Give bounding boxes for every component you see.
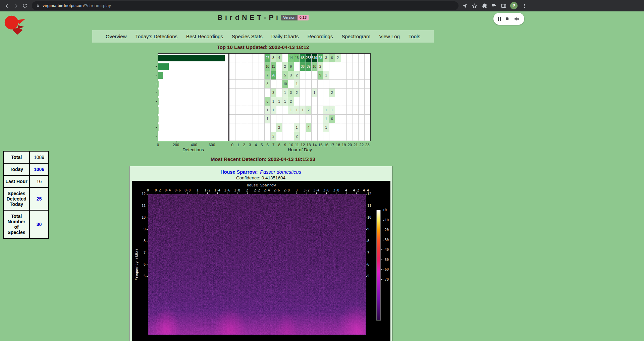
nav-menu: OverviewToday's DetectionsBest Recording…: [92, 30, 434, 43]
bar-tick-mark: [212, 141, 212, 143]
heatmap-cell: [259, 97, 265, 106]
heatmap-cell: [235, 106, 241, 115]
stats-table-body: Total1089Today1006Last Hour16Species Det…: [3, 151, 49, 238]
heatmap-cell: 27: [265, 54, 271, 62]
nav-item-tools[interactable]: Tools: [409, 34, 420, 39]
stats-value[interactable]: 1006: [30, 163, 49, 175]
pause-button[interactable]: [498, 17, 501, 21]
spectrogram-x-tick: 4·2: [353, 188, 359, 192]
heatmap-cell: [300, 115, 306, 123]
heatmap-cell: 3: [271, 89, 277, 97]
heatmap-cell: [294, 115, 300, 123]
side-panel-icon[interactable]: [500, 3, 506, 9]
heatmap-cell: [229, 106, 235, 115]
hour-tick-label: 12: [301, 143, 305, 147]
heatmap-cell: [253, 80, 259, 89]
heatmap-cell: [276, 132, 282, 141]
heatmap-cell: [300, 132, 306, 141]
heatmap-cell: [229, 62, 235, 71]
heatmap-cell: [318, 132, 324, 141]
reload-icon: [22, 3, 28, 8]
volume-icon[interactable]: [514, 16, 520, 22]
profile-avatar[interactable]: P: [510, 2, 518, 9]
nav-item-today-s-detections[interactable]: Today's Detections: [136, 34, 177, 39]
reading-list-icon[interactable]: [491, 3, 497, 9]
heatmap-cell: 3: [288, 71, 294, 80]
heatmap-cell: [341, 106, 347, 115]
menu-kebab-icon[interactable]: [521, 3, 527, 9]
heatmap-cell: [259, 132, 265, 141]
heatmap-cell: 1: [323, 106, 329, 115]
heatmap-cell: [229, 123, 235, 132]
colorbar-tickmark: [381, 210, 382, 210]
heatmap-cell: [259, 71, 265, 80]
colorbar-tickmark: [381, 240, 382, 240]
spectrogram-low-freq-energy: [148, 296, 366, 335]
spectrogram-x-tickmark: [237, 192, 237, 194]
nav-item-recordings[interactable]: Recordings: [308, 34, 333, 39]
spectrogram-x-tick: 0·6: [175, 188, 181, 192]
heatmap-cell: [329, 97, 335, 106]
heatmap-cell: [282, 106, 288, 115]
species-tick-mark: [156, 84, 157, 84]
heatmap-cell: [359, 106, 365, 115]
heatmap-cell: 2: [282, 62, 288, 71]
heatmap-cell: [347, 54, 353, 62]
heatmap-cell: 2: [288, 97, 294, 106]
hour-tick-label: 7: [272, 143, 274, 147]
heatmap-cell: [235, 71, 241, 80]
stats-value[interactable]: 25: [30, 187, 49, 210]
heatmap-cell: 1: [294, 123, 300, 132]
spectrogram-y-tick-right: 11: [367, 204, 371, 208]
nav-item-overview[interactable]: Overview: [106, 34, 127, 39]
colorbar-tick-label: -50: [383, 258, 389, 262]
colorbar-tickmark: [381, 279, 382, 280]
forward-button[interactable]: [12, 2, 20, 10]
stats-table: Total1089Today1006Last Hour16Species Det…: [3, 151, 49, 239]
colorbar-tick-label: +0: [383, 208, 387, 212]
extensions-icon[interactable]: [481, 3, 487, 9]
nav-item-best-recordings[interactable]: Best Recordings: [186, 34, 223, 39]
heatmap-cell: [312, 115, 318, 123]
spectrogram-y-tick-left: 6: [136, 263, 146, 266]
detection-common-name[interactable]: House Sparrow:: [220, 169, 258, 175]
nav-item-daily-charts[interactable]: Daily Charts: [271, 34, 299, 39]
spectrogram-x-tick: 3·8: [333, 188, 339, 192]
spectrogram-y-tickmark: [366, 194, 367, 194]
spectrogram-y-tick-left: 5: [136, 274, 146, 278]
back-button[interactable]: [3, 2, 11, 10]
spectrogram-x-tick: 1·2: [204, 188, 210, 192]
nav-item-species-stats[interactable]: Species Stats: [232, 34, 263, 39]
nav-item-view-log[interactable]: View Log: [379, 34, 399, 39]
species-tick-mark: [156, 75, 157, 75]
heatmap-cell: 26: [271, 71, 277, 80]
latest-detection-box: House Sparrow:Passer domesticus Confiden…: [129, 166, 392, 341]
heatmap-cell: [235, 123, 241, 132]
spectrogram-x-tick: 4: [345, 188, 347, 192]
address-bar[interactable]: virginia.birdnetpi.com/?stream=play: [32, 1, 459, 10]
heatmap-cell: [288, 132, 294, 141]
detections-bar: [158, 116, 159, 122]
share-send-icon[interactable]: [462, 3, 468, 9]
heatmap-cell: 1: [288, 106, 294, 115]
heatmap-cell: [341, 80, 347, 89]
detections-axis-label: Detections: [182, 147, 204, 152]
spectrogram-y-tickmark: [147, 253, 148, 253]
heatmap-cell: [335, 89, 341, 97]
hour-tick-label: 20: [347, 143, 352, 147]
heatmap-cell: [365, 97, 371, 106]
bookmark-star-icon[interactable]: [471, 3, 477, 9]
heatmap-cell: [329, 71, 335, 80]
lock-icon: [36, 4, 40, 8]
detections-bar: [158, 133, 158, 140]
heatmap-cell: [229, 97, 235, 106]
nav-item-spectrogram[interactable]: Spectrogram: [341, 34, 370, 39]
stats-value[interactable]: 30: [30, 210, 49, 238]
heatmap-cell: [347, 71, 353, 80]
heatmap-cell: [359, 132, 365, 141]
reload-button[interactable]: [21, 2, 29, 10]
heatmap-grid: 2734141668253319283621011293639102726532…: [229, 53, 371, 141]
heatmap-cell: [241, 80, 247, 89]
player-menu-icon[interactable]: [506, 17, 508, 20]
heatmap-cell: 6: [329, 115, 335, 123]
